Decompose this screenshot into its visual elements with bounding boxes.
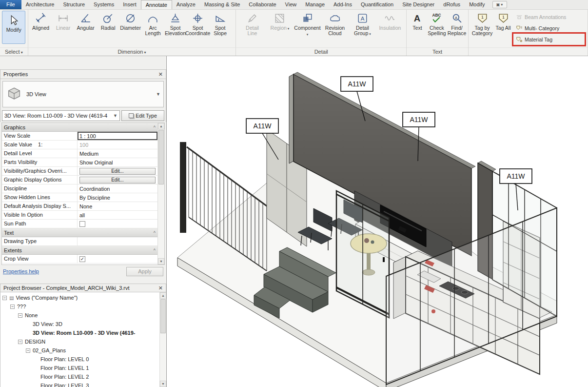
collapse-expander[interactable]: − [18,340,22,344]
properties-scrollbar[interactable]: ▲ ▼ [157,123,164,265]
project-browser-title-bar[interactable]: Project Browser - Complex_Model_ARCH_Wik… [0,284,166,292]
close-icon[interactable]: ✕ [158,285,163,291]
tab-massing-site[interactable]: Massing & Site [200,0,244,9]
discipline-value[interactable]: Coordination [78,184,157,193]
vg-overrides-edit-button[interactable]: Edit... [79,168,156,175]
tree-item-none[interactable]: −None [0,311,158,320]
tree-item-floor-plan-level-0[interactable]: Floor Plan: LEVEL 0 [0,355,158,364]
collapse-expander[interactable]: − [2,296,7,300]
aligned-dimension-button[interactable]: Aligned [30,11,52,31]
panel-label-detail[interactable]: Detail [236,47,406,56]
drawing-type-value[interactable] [78,237,157,245]
tab-collaborate[interactable]: Collaborate [244,0,280,9]
apply-button[interactable]: Apply [126,267,163,276]
tab-view[interactable]: View [281,0,301,9]
multi-category-button[interactable]: Multi- Category [514,23,584,33]
tree-item-02-ga-plans[interactable]: −02_GA_Plans [0,346,158,355]
collapse-expander[interactable]: − [26,348,30,353]
detail-group-button[interactable]: Detail Group [351,11,373,37]
properties-help-link[interactable]: Properties help [3,268,39,274]
component-button[interactable]: Component [296,11,318,37]
panel-label-dimension[interactable]: Dimension [28,47,236,56]
property-row-analysis-display: Default Analysis Display S...None [2,202,157,211]
sun-path-checkbox[interactable] [79,221,85,227]
chevron-down-icon[interactable]: ▼ [113,113,118,118]
view-scale-value[interactable]: 1 : 100 [78,132,157,140]
collapse-icon[interactable]: ^ [154,230,156,235]
properties-title-bar[interactable]: Properties ✕ [0,69,166,79]
chevron-down-icon[interactable]: ▼ [156,92,160,97]
collapse-expander[interactable]: − [10,305,15,309]
tab-architecture[interactable]: Architecture [21,0,59,9]
text-button[interactable]: Text [408,11,427,31]
type-selector-area: 3D View ▼ [0,79,166,109]
property-row-discipline: DisciplineCoordination [2,184,157,193]
show-hidden-lines-value[interactable]: By Discipline [78,193,157,202]
railing-post [180,142,186,233]
tab-site-designer[interactable]: Site Designer [398,0,439,9]
collapse-icon[interactable]: ^ [154,125,156,130]
analysis-display-value[interactable]: None [78,202,157,210]
ribbon-display-toggle[interactable]: ▣▾ [492,1,507,8]
visible-in-option-value[interactable]: all [78,211,157,219]
arc-length-button[interactable]: Arc Length [142,11,164,36]
scroll-up-icon[interactable]: ▲ [160,292,166,299]
modify-button[interactable]: Modify [2,11,25,44]
tree-item-views[interactable]: −▤Views ("Company Name") [0,293,158,302]
panel-label-text[interactable]: Text [407,47,468,56]
find-replace-button[interactable]: Find/ Replace [447,11,467,36]
scroll-down-icon[interactable]: ▼ [158,258,164,265]
3d-viewport[interactable]: A11W A11W A11W A11W [167,56,588,387]
graphic-display-edit-button[interactable]: Edit... [79,177,156,183]
group-header-text[interactable]: Text^ [2,228,157,237]
tab-structure[interactable]: Structure [59,0,89,9]
scrollbar-thumb[interactable] [160,299,166,333]
scrollbar-thumb[interactable] [158,130,164,184]
material-tag-button[interactable]: Material Tag [514,34,584,44]
detail-level-value[interactable]: Medium [78,149,157,158]
tree-item-floor-plan-level-3[interactable]: Floor Plan: LEVEL 3 [0,381,158,387]
crop-view-checkbox[interactable]: ✓ [79,256,85,262]
tree-item-qqq[interactable]: −??? [0,302,158,311]
tab-drofus[interactable]: dRofus [439,0,465,9]
close-icon[interactable]: ✕ [158,71,163,78]
tab-annotate[interactable]: Annotate [141,0,172,9]
tab-file[interactable]: File [0,0,21,9]
check-spelling-button[interactable]: Check Spelling [427,11,447,36]
tab-quantification[interactable]: Quantification [356,0,398,9]
tree-item-floor-plan-level-2[interactable]: Floor Plan: LEVEL 2 [0,372,158,381]
collapse-expander[interactable]: − [18,313,22,318]
parts-visibility-value[interactable]: Show Original [78,158,157,166]
view-instance-combo[interactable]: 3D View: Room L10-009 - 3D View (4619-4 … [2,110,120,121]
edit-type-button[interactable]: Edit Type [121,110,164,121]
tab-add-ins[interactable]: Add-Ins [329,0,356,9]
svg-text:A11W: A11W [410,116,428,123]
tree-item-3d-view-room[interactable]: 3D View: Room L10-009 - 3D View (4619- [0,328,158,337]
browser-scrollbar[interactable]: ▲ ▼ [159,292,166,387]
tag-by-category-button[interactable]: Tag by Category [470,11,494,36]
revision-cloud-button[interactable]: Revision Cloud [324,11,346,36]
tab-insert[interactable]: Insert [118,0,141,9]
spot-slope-button[interactable]: Spot Slope [209,11,232,36]
radial-dimension-button[interactable]: Radial [97,11,119,31]
tree-item-3d-view-3d[interactable]: 3D View: 3D [0,320,158,328]
group-header-extents[interactable]: Extents^ [2,246,157,255]
scroll-down-icon[interactable]: ▼ [160,381,166,387]
tag-all-button[interactable]: Tag All [494,11,512,31]
panel-label-select[interactable]: Select [0,47,28,56]
tree-item-floor-plan-level-1[interactable]: Floor Plan: LEVEL 1 [0,364,158,372]
tab-modify[interactable]: Modify [465,0,489,9]
type-selector[interactable]: 3D View ▼ [2,81,164,107]
collapse-icon[interactable]: ^ [154,248,156,253]
tab-manage[interactable]: Manage [301,0,329,9]
angular-dimension-button[interactable]: Angular [75,11,97,31]
diameter-dimension-button[interactable]: Diameter [119,11,142,31]
spot-coordinate-button[interactable]: Spot Coordinate [187,11,209,36]
group-header-graphics[interactable]: Graphics^ [2,123,157,132]
3d-view-canvas[interactable]: A11W A11W A11W A11W [167,56,588,387]
tab-analyze[interactable]: Analyze [172,0,200,9]
spot-elevation-button[interactable]: Spot Elevation [164,11,187,36]
tree-item-design[interactable]: −DESIGN [0,337,158,346]
tab-systems[interactable]: Systems [89,0,118,9]
scroll-up-icon[interactable]: ▲ [158,123,164,129]
